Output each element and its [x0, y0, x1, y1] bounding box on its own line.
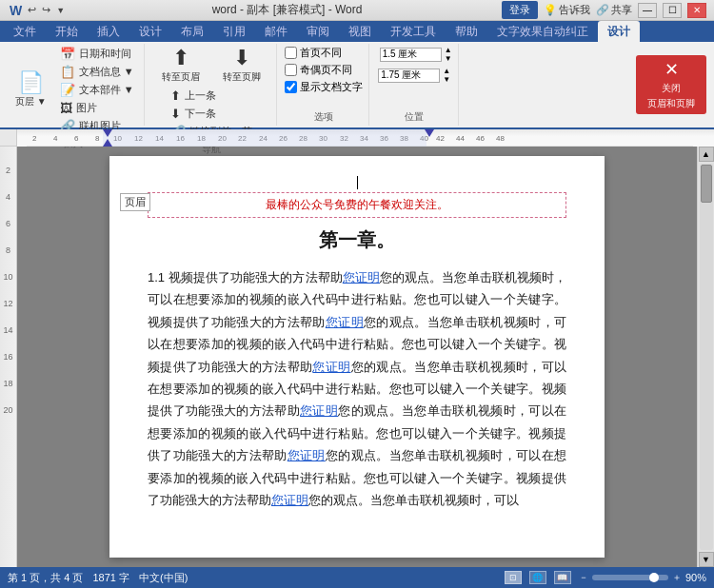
maximize-button[interactable]: ☐ [663, 3, 682, 18]
firstpage-diff-checkbox[interactable] [285, 47, 297, 59]
header-banner-text[interactable]: 最棒的公众号免费的午餐欢迎关注。 [266, 198, 448, 211]
horizontal-ruler: 2 4 6 8 10 12 14 16 18 20 22 24 26 28 30… [17, 129, 714, 147]
proof-link-5[interactable]: 您证明 [288, 448, 326, 462]
status-bar: 第 1 页，共 4 页 1871 字 中文(中国) ⊡ 🌐 📖 － ＋ 90% [0, 567, 714, 588]
datetime-button[interactable]: 📅 日期和时间 [56, 46, 138, 62]
ribbon-panel: 📄 页层 ▼ 📅 日期和时间 📋 文档信息 ▼ 📝 文本部件 ▼ 🖼 [0, 42, 714, 129]
header-position-row: ▲ ▼ [377, 46, 452, 63]
close-header-footer-button[interactable]: ✕ 关闭 页眉和页脚 [636, 55, 706, 114]
tab-design-doc[interactable]: 设计 [129, 21, 171, 42]
share-button[interactable]: 🔗 共享 [596, 3, 632, 17]
reading-view-btn[interactable]: 📖 [554, 571, 571, 584]
tab-design-header[interactable]: 设计 [598, 21, 640, 42]
document-scroll-area[interactable]: 页眉 最棒的公众号免费的午餐欢迎关注。 第一章。 1.1 视频提供了功能强大的方… [17, 147, 697, 567]
footer-up-btn[interactable]: ▲ [443, 67, 450, 75]
proof-link-4[interactable]: 您证明 [300, 403, 338, 418]
ruler-marks: 2 4 6 8 10 12 14 16 18 20 22 24 26 28 30… [17, 129, 714, 147]
tell-me-button[interactable]: 💡 告诉我 [544, 3, 590, 17]
redo-button[interactable]: ↪ [40, 3, 52, 17]
vertical-ruler: 2 4 6 8 10 12 14 16 18 20 [0, 147, 17, 567]
tab-layout[interactable]: 布局 [171, 21, 213, 42]
docinfo-button[interactable]: 📋 文档信息 ▼ [56, 64, 138, 80]
footer-distance-input[interactable] [378, 69, 440, 83]
ribbon-close-group: ✕ 关闭 页眉和页脚 [632, 44, 710, 126]
show-doctext-checkbox[interactable] [285, 81, 297, 93]
goto-footer-button[interactable]: ⬇ 转至页脚 [213, 46, 270, 86]
tab-mailings[interactable]: 邮件 [255, 21, 297, 42]
svg-text:42: 42 [436, 134, 445, 143]
zoom-out-button[interactable]: － [579, 571, 588, 584]
text-cursor [357, 176, 358, 189]
ribbon-group-content-position: ▲ ▼ ▲ ▼ [377, 46, 452, 108]
body-text[interactable]: 1.1 视频提供了功能强大的方法帮助您证明您的观点。当您单击联机视频时，可以在想… [148, 266, 566, 511]
goto-footer-icon: ⬇ [233, 48, 250, 69]
minimize-button[interactable]: — [638, 3, 657, 18]
login-button[interactable]: 登录 [502, 1, 538, 19]
next-section-button[interactable]: ⬇ 下一条 [167, 106, 256, 122]
vertical-scrollbar[interactable]: ▲ ▼ [697, 147, 714, 567]
lightbulb-icon: 💡 [544, 4, 557, 16]
title-text: word - 副本 [兼容模式] - Word [72, 2, 502, 18]
proof-link-3[interactable]: 您证明 [312, 360, 350, 374]
proof-link-1[interactable]: 您证明 [343, 270, 380, 284]
header-spinners: ▲ ▼ [445, 46, 452, 63]
scroll-up-button[interactable]: ▲ [699, 147, 714, 162]
ribbon-group-content-nav: ⬆ 转至页眉 ⬇ 转至页脚 ⬆ 上一条 ⬇ 下一条 🔗 [152, 46, 270, 140]
tab-insert[interactable]: 插入 [88, 21, 129, 42]
tab-references[interactable]: 引用 [213, 21, 255, 42]
oddeven-diff-checkbox[interactable] [285, 64, 297, 76]
tab-view[interactable]: 视图 [339, 21, 381, 42]
status-bar-right: ⊡ 🌐 📖 － ＋ 90% [505, 571, 706, 584]
ribbon-small-group-insert: 📅 日期和时间 📋 文档信息 ▼ 📝 文本部件 ▼ 🖼 图片 🔗 [56, 46, 138, 134]
ribbon-group-content-options: 首页不同 奇偶页不同 显示文档文字 [285, 46, 363, 108]
tab-home[interactable]: 开始 [46, 21, 88, 42]
goto-header-icon: ⬆ [172, 48, 189, 69]
pages-button[interactable]: 📄 页层 ▼ [10, 70, 52, 110]
goto-header-button[interactable]: ⬆ 转至页眉 [152, 46, 209, 86]
ribbon-tab-bar: 文件 开始 插入 设计 布局 引用 邮件 审阅 视图 开发工具 帮助 文字效果自… [0, 21, 714, 42]
proof-link-6[interactable]: 您证明 [271, 493, 308, 507]
position-group-label: 位置 [405, 108, 424, 124]
textparts-button[interactable]: 📝 文本部件 ▼ [56, 82, 138, 98]
zoom-slider[interactable] [592, 575, 668, 580]
undo-button[interactable]: ↩ [26, 3, 38, 17]
close-button[interactable]: ✕ [687, 3, 706, 18]
close-x-icon: ✕ [664, 59, 679, 80]
footer-spinners: ▲ ▼ [443, 67, 450, 84]
language: 中文(中国) [139, 571, 188, 585]
svg-text:4: 4 [53, 134, 58, 143]
prev-section-button[interactable]: ⬆ 上一条 [167, 88, 256, 104]
word-count: 1871 字 [92, 571, 129, 585]
zoom-thumb[interactable] [649, 573, 659, 582]
zoom-controls: － ＋ 90% [579, 571, 706, 584]
header-down-btn[interactable]: ▼ [445, 54, 452, 63]
svg-text:2: 2 [32, 134, 37, 143]
word-icon: W [8, 2, 24, 19]
more-quick-btn[interactable]: ▼ [54, 5, 67, 16]
page-header-section: 页眉 最棒的公众号免费的午餐欢迎关注。 [148, 192, 566, 218]
print-layout-view-btn[interactable]: ⊡ [505, 571, 522, 584]
ribbon-group-header-insert: 📄 页层 ▼ 📅 日期和时间 📋 文档信息 ▼ 📝 文本部件 ▼ 🖼 [4, 44, 145, 126]
title-bar: W ↩ ↪ ▼ word - 副本 [兼容模式] - Word 登录 💡 告诉我… [0, 0, 714, 21]
tab-text-effects[interactable]: 文字效果自动纠正 [487, 21, 598, 42]
header-label: 页眉 [120, 193, 150, 211]
tab-file[interactable]: 文件 [4, 21, 46, 42]
scroll-down-button[interactable]: ▼ [699, 552, 714, 567]
firstpage-diff-label: 首页不同 [285, 46, 342, 60]
scroll-thumb[interactable] [701, 165, 712, 203]
pages-icon: 📄 [18, 72, 44, 93]
header-distance-input[interactable] [380, 48, 442, 62]
zoom-in-button[interactable]: ＋ [672, 571, 682, 584]
web-layout-view-btn[interactable]: 🌐 [529, 571, 546, 584]
svg-text:8: 8 [95, 134, 100, 143]
tab-review[interactable]: 审阅 [297, 21, 339, 42]
tab-help[interactable]: 帮助 [446, 21, 487, 42]
document-page: 页眉 最棒的公众号免费的午餐欢迎关注。 第一章。 1.1 视频提供了功能强大的方… [109, 156, 605, 558]
tab-developer[interactable]: 开发工具 [381, 21, 446, 42]
proof-link-2[interactable]: 您证明 [326, 315, 364, 329]
cursor-area[interactable] [148, 175, 566, 192]
footer-down-btn[interactable]: ▼ [443, 75, 450, 84]
header-up-btn[interactable]: ▲ [445, 46, 452, 54]
picture-button[interactable]: 🖼 图片 [56, 100, 138, 116]
svg-text:48: 48 [496, 134, 505, 143]
